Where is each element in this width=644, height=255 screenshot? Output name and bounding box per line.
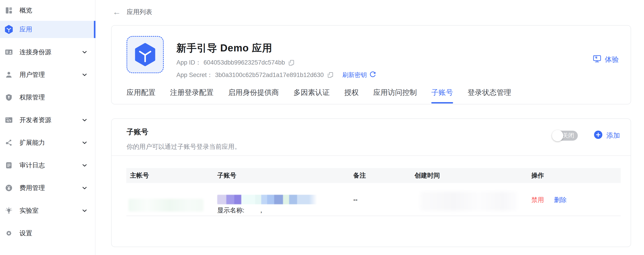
subaccount-table: 主帐号 子账号 备注 创建时间 操作 显示名称: ， [126,168,621,216]
sidebar-item-user-management[interactable]: 用户管理 [0,66,95,83]
sidebar-item-label: 开发者资源 [20,116,81,124]
toggle-knob [552,130,563,141]
chevron-down-icon [81,162,88,169]
delete-link[interactable]: 删除 [554,196,567,204]
tab-login-state[interactable]: 登录状态管理 [468,88,511,103]
sidebar: 概览 应用 连接身份源 用户管理 [0,0,96,255]
bulb-icon [4,206,13,215]
app-id-label: App ID： [176,59,201,66]
toggle-label: 关闭 [562,132,574,140]
main-content: ← 应用列表 新手引导 Demo 应用 App ID： 604053dbb996… [96,0,644,255]
subaccount-subtitle: 你的用户可以通过子账号登录当前应用。 [126,142,630,151]
app-secret-label: App Secret： [176,72,213,79]
row-actions: 禁用 删除 [531,196,621,204]
sidebar-item-laboratory[interactable]: 实验室 [0,202,95,219]
sidebar-item-label: 用户管理 [20,70,81,79]
app-hexagon-icon [4,25,13,34]
column-header-actions: 操作 [528,171,621,180]
yen-circle-icon [4,184,13,192]
app-meta: 新手引导 Demo 应用 App ID： 604053dbb99623257dc… [176,36,376,79]
column-header-created-at: 创建时间 [411,171,528,180]
refresh-secret-label: 刷新密钥 [342,72,367,79]
sidebar-item-label: 扩展能力 [20,138,81,147]
experience-button[interactable]: 体验 [592,54,619,65]
sidebar-item-label: 设置 [20,229,88,238]
sidebar-item-permission-management[interactable]: 权限管理 [0,89,95,106]
disable-link[interactable]: 禁用 [531,196,544,204]
tab-register-login-config[interactable]: 注册登录配置 [170,88,214,103]
cell-subaccount: 显示名称: ， [214,183,350,216]
cell-remark: -- [350,183,411,216]
tab-identity-providers[interactable]: 启用身份提供商 [228,88,279,103]
cell-created-at [411,183,528,216]
table-row: 显示名称: ， -- 禁用 删除 [126,183,621,216]
sidebar-item-label: 概览 [20,6,88,15]
tab-subaccounts[interactable]: 子账号 [431,88,453,103]
column-header-subaccount: 子账号 [214,171,350,180]
tab-app-config[interactable]: 应用配置 [126,88,156,103]
table-header-row: 主帐号 子账号 备注 创建时间 操作 [126,168,621,183]
column-header-remark: 备注 [350,171,411,180]
refresh-secret-button[interactable]: 刷新密钥 [342,71,376,79]
display-name-row: 显示名称: ， [217,206,350,215]
subaccount-card: 子账号 你的用户可以通过子账号登录当前应用。 关闭 添加 主帐号 [111,118,631,247]
app-info-card: 新手引导 Demo 应用 App ID： 604053dbb99623257dc… [111,25,631,104]
app-header: 新手引导 Demo 应用 App ID： 604053dbb99623257dc… [112,25,630,79]
tab-mfa[interactable]: 多因素认证 [294,88,330,103]
cell-main-account [126,183,214,216]
code-window-icon [4,116,13,124]
grid-icon [4,6,13,15]
plus-icon [594,130,603,141]
sidebar-item-extensions[interactable]: 扩展能力 [0,134,95,151]
chevron-down-icon [81,71,88,78]
redacted-main-account [128,199,204,212]
display-name-value: ， [258,206,264,215]
chevron-down-icon [81,207,88,214]
subaccount-enable-toggle[interactable]: 关闭 [552,131,578,141]
sidebar-item-label: 审计日志 [20,161,81,170]
copy-icon[interactable] [327,72,334,78]
gear-icon [4,229,13,238]
sidebar-item-audit-logs[interactable]: 审计日志 [0,157,95,174]
sidebar-item-billing[interactable]: 费用管理 [0,179,95,197]
add-subaccount-button[interactable]: 添加 [594,130,620,141]
document-icon [4,161,13,170]
chevron-down-icon [81,48,88,56]
redacted-subaccount-name [217,195,317,204]
monitor-icon [592,54,602,65]
sidebar-item-developer-resources[interactable]: 开发者资源 [0,111,95,129]
sidebar-item-label: 实验室 [20,206,81,215]
tab-access-control[interactable]: 应用访问控制 [373,88,417,103]
add-subaccount-label: 添加 [606,131,620,140]
sidebar-item-label: 连接身份源 [20,48,81,56]
chevron-down-icon [81,116,88,124]
breadcrumb: ← 应用列表 [113,8,152,16]
arrow-left-icon[interactable]: ← [113,8,121,16]
sidebar-item-label: 应用 [20,25,88,34]
chevron-down-icon [81,184,88,192]
display-name-label: 显示名称: [217,206,244,215]
sidebar-item-label: 费用管理 [20,184,81,192]
chevron-down-icon [81,139,88,146]
cell-actions: 禁用 删除 [528,183,621,216]
shield-icon [4,93,13,102]
app-secret-value: 3b0a3100c62b572ad1a17e891b12d630 [215,72,324,79]
column-header-main-account: 主帐号 [126,171,214,180]
sidebar-item-applications[interactable]: 应用 [0,21,95,38]
share-nodes-icon [4,138,13,147]
back-to-app-list-link[interactable]: 应用列表 [127,8,152,16]
user-icon [4,70,13,79]
id-card-icon [4,48,13,56]
app-id-value: 604053dbb99623257dc574bb [204,59,285,66]
page-title: 新手引导 Demo 应用 [176,41,376,55]
experience-label: 体验 [605,55,619,64]
subaccount-actions: 关闭 添加 [552,130,620,141]
sidebar-item-settings[interactable]: 设置 [0,225,95,242]
sidebar-item-identity-sources[interactable]: 连接身份源 [0,43,95,61]
app-logo-icon [126,36,164,73]
sidebar-item-overview[interactable]: 概览 [0,2,95,19]
copy-icon[interactable] [288,59,295,66]
section-divider [112,155,630,156]
tab-authorization[interactable]: 授权 [344,88,359,103]
refresh-icon [369,71,376,79]
